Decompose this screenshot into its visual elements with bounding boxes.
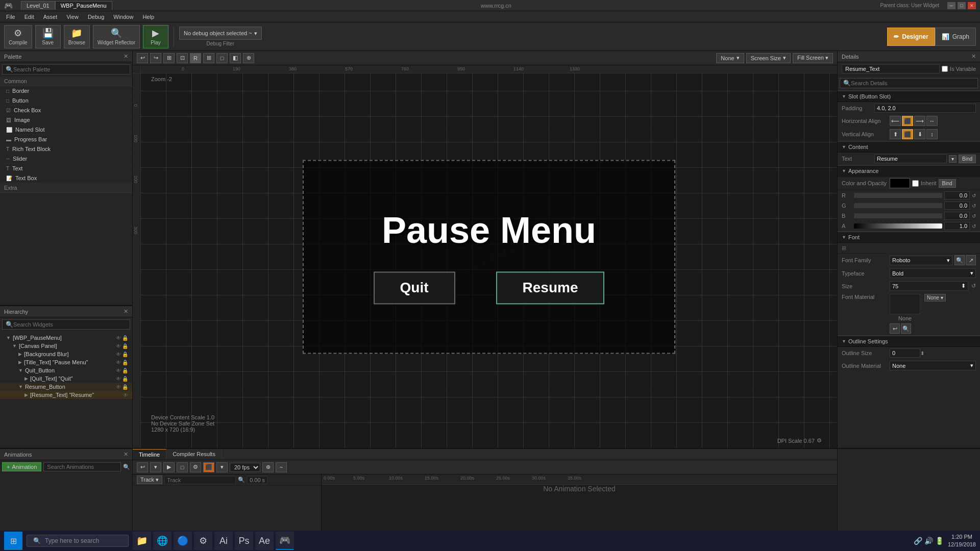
canvas-tool5[interactable]: □ bbox=[216, 53, 228, 63]
outline-material-dropdown[interactable]: None ▾ bbox=[890, 361, 976, 370]
palette-item-progress-bar[interactable]: ▬Progress Bar bbox=[0, 135, 132, 144]
details-search[interactable]: 🔍 bbox=[840, 78, 978, 88]
graph-button[interactable]: 📊 Graph bbox=[935, 28, 976, 46]
taskbar-settings[interactable]: ⚙ bbox=[194, 532, 212, 550]
resume-button[interactable]: Resume bbox=[496, 271, 605, 304]
hierarchy-close-icon[interactable]: ✕ bbox=[124, 308, 128, 315]
tree-quit-lock[interactable]: 🔒 bbox=[122, 368, 128, 373]
browse-button[interactable]: 📁 Browse bbox=[64, 25, 90, 48]
b-slider[interactable] bbox=[854, 213, 942, 218]
palette-search[interactable]: 🔍 bbox=[2, 64, 130, 74]
tree-quittext-lock[interactable]: 🔒 bbox=[122, 376, 128, 382]
menu-window[interactable]: Window bbox=[109, 13, 137, 21]
taskbar-browser[interactable]: 🌐 bbox=[153, 532, 172, 550]
a-value[interactable]: 1.0 bbox=[944, 222, 970, 230]
taskbar-ue4[interactable]: 🎮 bbox=[276, 532, 294, 550]
tree-item-resume-button[interactable]: ▼ Resume_Button 👁 🔒 bbox=[0, 383, 132, 391]
font-family-dropdown[interactable]: Roboto ▾ bbox=[890, 256, 952, 265]
tree-item-quit-text[interactable]: ▶ [Quit_Text] "Quit" 👁 🔒 bbox=[0, 374, 132, 383]
palette-search-input[interactable] bbox=[13, 66, 127, 72]
outline-section-header[interactable]: ▼ Outline Settings bbox=[838, 335, 980, 347]
padding-value[interactable]: 4.0, 2.0 bbox=[874, 104, 976, 113]
taskbar-search[interactable]: 🔍 Type here to search bbox=[27, 535, 129, 547]
canvas-tool7[interactable]: ⊕ bbox=[243, 53, 254, 63]
h-align-fill[interactable]: ↔ bbox=[926, 116, 938, 126]
content-section-header[interactable]: ▼ Content bbox=[838, 141, 980, 153]
tree-title-lock[interactable]: 🔒 bbox=[122, 360, 128, 365]
tree-item-resume-text[interactable]: ▶ [Resume_Text] "Resume" 👁 bbox=[0, 391, 132, 399]
play-button[interactable]: ▶ Play bbox=[143, 25, 168, 48]
canvas-snap-btn[interactable]: ⊡ bbox=[177, 53, 188, 63]
maximize-btn[interactable]: □ bbox=[958, 2, 966, 9]
quit-button[interactable]: Quit bbox=[374, 271, 455, 304]
widget-name-field[interactable]: Resume_Text bbox=[842, 64, 940, 73]
details-close-icon[interactable]: ✕ bbox=[971, 53, 976, 60]
v-align-bottom[interactable]: ⬇ bbox=[914, 129, 925, 139]
tree-resumetext-eye[interactable]: 👁 bbox=[123, 392, 128, 398]
screen-size-dropdown[interactable]: Screen Size ▾ bbox=[746, 53, 791, 63]
tree-eye-icon[interactable]: 👁 bbox=[116, 335, 121, 341]
canvas-select-btn[interactable]: R bbox=[190, 53, 201, 63]
menu-help[interactable]: Help bbox=[138, 13, 158, 21]
palette-close-icon[interactable]: ✕ bbox=[124, 53, 128, 60]
g-reset-icon[interactable]: ↺ bbox=[972, 203, 976, 209]
tree-item-canvas[interactable]: ▼ [Canvas Panel] 👁 🔒 bbox=[0, 342, 132, 350]
minimize-btn[interactable]: ─ bbox=[947, 2, 955, 9]
tree-item-bg-blur[interactable]: ▶ [Background Blur] 👁 🔒 bbox=[0, 350, 132, 358]
pause-menu-widget[interactable]: Pause Menu Quit Resume bbox=[303, 160, 675, 354]
tree-bg-lock[interactable]: 🔒 bbox=[122, 352, 128, 357]
palette-item-image[interactable]: 🖼Image bbox=[0, 115, 132, 125]
v-align-fill[interactable]: ↕ bbox=[926, 129, 938, 139]
g-value[interactable]: 0.0 bbox=[944, 202, 970, 210]
tab-compiler[interactable]: Compiler Results bbox=[166, 449, 222, 460]
tree-resume-lock[interactable]: 🔒 bbox=[122, 384, 128, 390]
palette-item-border[interactable]: □Border bbox=[0, 86, 132, 96]
tab-level01[interactable]: Level_01 bbox=[21, 1, 55, 10]
tl-frame-btn[interactable]: ▾ bbox=[216, 462, 228, 472]
tl-dropdown-btn[interactable]: ▾ bbox=[150, 462, 161, 472]
menu-asset[interactable]: Asset bbox=[39, 13, 62, 21]
canvas-grid-btn[interactable]: ⊞ bbox=[163, 53, 175, 63]
tree-item-quit-button[interactable]: ▼ Quit_Button 👁 🔒 bbox=[0, 366, 132, 374]
size-reset-icon[interactable]: ↺ bbox=[971, 283, 976, 289]
tree-canvas-lock[interactable]: 🔒 bbox=[122, 343, 128, 349]
palette-item-named-slot[interactable]: ⬜Named Slot bbox=[0, 125, 132, 135]
fill-screen-dropdown[interactable]: Fill Screen ▾ bbox=[793, 53, 833, 63]
canvas-undo-btn[interactable]: ↩ bbox=[137, 53, 148, 63]
r-reset-icon[interactable]: ↺ bbox=[972, 193, 976, 198]
palette-item-button[interactable]: □Button bbox=[0, 96, 132, 106]
hierarchy-search-input[interactable] bbox=[13, 321, 127, 328]
tl-undo-btn[interactable]: ↩ bbox=[137, 462, 148, 472]
r-value[interactable]: 0.0 bbox=[944, 191, 970, 199]
taskbar-chrome[interactable]: 🔵 bbox=[174, 532, 192, 550]
canvas-viewport[interactable]: Zoom -2 人人素材 RRCG 人人素材 RRCG 人人素材 Pause M… bbox=[141, 73, 837, 448]
taskbar-ps[interactable]: Ps bbox=[235, 532, 253, 550]
outline-size-input[interactable] bbox=[890, 348, 920, 358]
bind-dropdown[interactable]: ▾ bbox=[949, 155, 957, 163]
font-mat-browse[interactable]: ↩ bbox=[890, 323, 900, 334]
v-align-center[interactable]: ⬛ bbox=[902, 129, 913, 139]
tree-item-title-text[interactable]: ▶ [Title_Text] "Pause Menu" 👁 🔒 bbox=[0, 358, 132, 366]
h-align-center[interactable]: ⬛ bbox=[902, 116, 913, 126]
inherit-checkbox[interactable] bbox=[912, 180, 919, 187]
tree-title-eye[interactable]: 👁 bbox=[116, 360, 121, 365]
font-browse-icon[interactable]: ↗ bbox=[966, 255, 976, 265]
palette-item-text-box[interactable]: 📝Text Box bbox=[0, 173, 132, 183]
is-variable-checkbox[interactable] bbox=[942, 66, 948, 72]
tl-record-btn[interactable]: ⚙ bbox=[190, 462, 201, 472]
h-align-left[interactable]: ⟵ bbox=[890, 116, 901, 126]
taskbar-file-explorer[interactable]: 📁 bbox=[133, 532, 151, 550]
menu-file[interactable]: File bbox=[2, 13, 19, 21]
tree-canvas-eye[interactable]: 👁 bbox=[116, 343, 121, 349]
tl-record-active-btn[interactable]: ⬛ bbox=[203, 462, 214, 472]
menu-debug[interactable]: Debug bbox=[84, 13, 108, 21]
widget-reflector-button[interactable]: 🔍 Widget Reflector bbox=[93, 25, 140, 48]
track-dropdown[interactable]: Track ▾ bbox=[137, 475, 162, 484]
a-slider[interactable] bbox=[854, 223, 942, 229]
palette-item-text[interactable]: TText bbox=[0, 164, 132, 173]
typeface-dropdown[interactable]: Bold ▾ bbox=[890, 268, 976, 278]
tree-quittext-eye[interactable]: 👁 bbox=[116, 376, 121, 382]
tree-bg-eye[interactable]: 👁 bbox=[116, 352, 121, 357]
content-value-field[interactable]: Resume bbox=[874, 154, 947, 163]
compile-button[interactable]: ⚙ Compile bbox=[4, 25, 32, 48]
